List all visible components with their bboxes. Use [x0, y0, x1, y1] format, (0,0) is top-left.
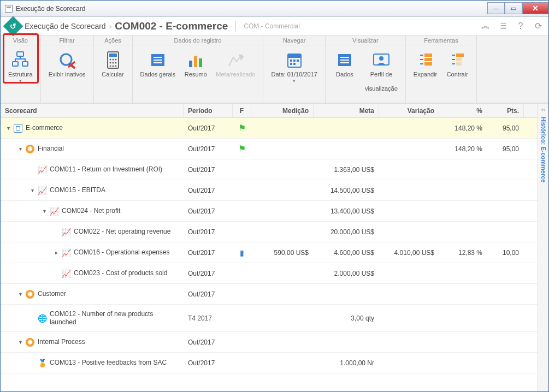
cell-pct [439, 222, 487, 242]
col-pct[interactable]: % [439, 104, 487, 117]
doc-icon [5, 5, 13, 13]
grid-row[interactable]: 📈COM023 - Cost of products soldOut/20172… [1, 263, 538, 284]
cell-period: Out/2017 [184, 201, 233, 221]
cell-medicao [251, 201, 314, 221]
toolbar-perfil-vis[interactable]: Perfil devisualização [361, 49, 402, 100]
cell-meta: 13.400,00 US$ [314, 201, 379, 221]
breadcrumb-suffix: COM - Commercial [244, 22, 300, 30]
award-icon: 🏅 [38, 359, 46, 367]
grid-row[interactable]: ▾✱Internal ProcessOut/2017 [1, 332, 538, 353]
expand-toggle[interactable]: ▾ [5, 125, 11, 131]
grid-row[interactable]: 📈COM022 - Net operating revenueOut/20172… [1, 222, 538, 242]
cell-period: Out/2017 [184, 159, 233, 180]
expand-toggle[interactable]: ▾ [29, 187, 36, 193]
svg-rect-1 [13, 62, 18, 66]
breadcrumb: Execução de Scorecard › COM002 - E-comme… [25, 20, 300, 32]
cell-period: Out/2017 [184, 118, 233, 138]
collapse-up-icon[interactable]: ︽ [481, 21, 491, 31]
col-meta[interactable]: Meta [314, 104, 379, 117]
toolbar-expandir[interactable]: Expandir [409, 49, 441, 79]
cell-variacao [379, 139, 439, 159]
svg-rect-48 [456, 58, 462, 61]
toolbar-resumo[interactable]: Resumo [180, 49, 211, 79]
svg-point-10 [112, 59, 114, 61]
expand-toggle[interactable]: ▾ [17, 339, 23, 345]
cell-meta: 4.600,00 US$ [314, 242, 379, 263]
close-button[interactable]: ✕ [522, 2, 548, 14]
toolbar-label: Data: 01/10/2017 [271, 71, 317, 78]
metric-icon: 📈 [38, 165, 46, 174]
toolbar-exibir-inativos[interactable]: Exibir inativos [44, 49, 90, 79]
window-title: Execução de Scorecard [16, 5, 85, 13]
grid-row[interactable]: ▾📈COM015 - EBITDAOut/201714.500,00 US$ [1, 180, 538, 201]
cell-pct [439, 201, 487, 221]
toolbar-meta-realizado: Meta/realizado [211, 49, 259, 79]
svg-point-12 [109, 62, 111, 64]
toolbar-label: Meta/realizado [216, 71, 255, 78]
expand-toggle[interactable]: ▾ [41, 208, 48, 214]
toolbar-label: Exibir inativos [49, 71, 86, 78]
cell-pts [487, 180, 524, 200]
expand-toggle[interactable]: ▾ [17, 291, 23, 297]
cell-medicao [251, 284, 314, 304]
history-sidepanel[interactable]: ‹‹ Histórico: E-commerce [538, 104, 548, 391]
cell-medicao [251, 180, 314, 200]
expand-toggle[interactable]: ▾ [17, 146, 23, 152]
maximize-button[interactable]: ▭ [505, 2, 522, 14]
minimize-button[interactable]: — [487, 2, 505, 14]
col-medicao[interactable]: Medição [251, 104, 314, 117]
chevron-left-icon[interactable]: ‹‹ [541, 106, 545, 112]
list-icon[interactable]: ≣ [498, 21, 508, 31]
col-flag[interactable]: F [233, 104, 251, 117]
grid-row[interactable]: ▾✱CustomerOut/2017 [1, 284, 538, 305]
history-label[interactable]: Histórico: E-commerce [540, 117, 547, 182]
cell-variacao: 4.010,00 US$ [379, 242, 439, 263]
col-period[interactable]: Período [184, 104, 233, 117]
toolbar-dados-gerais[interactable]: Dados gerais [136, 49, 180, 79]
expand-toggle[interactable]: ▸ [53, 250, 60, 256]
toolbar-contrair[interactable]: Contrair [441, 49, 473, 79]
toolbar-calcular[interactable]: Calcular [97, 49, 129, 79]
cell-pts [487, 332, 524, 352]
cell-medicao [251, 332, 314, 352]
cell-period: Out/2017 [184, 353, 233, 373]
svg-point-17 [115, 66, 116, 67]
globe-icon: 🌐 [38, 314, 46, 323]
col-variacao[interactable]: Variação [379, 104, 439, 117]
cell-pct [439, 332, 487, 352]
row-label: COM023 - Cost of products sold [74, 269, 167, 277]
cell-pts: 95,00 [487, 118, 524, 138]
chevron-right-icon: › [109, 22, 112, 31]
grid-row[interactable]: ▾✱FinancialOut/2017⚑148,20 %95,00 [1, 139, 538, 159]
estrutura-icon [10, 50, 30, 70]
grid-row[interactable]: ▸📈COM016 - Operational expensesOut/2017▮… [1, 242, 538, 263]
toolbar-estrutura[interactable]: Estrutura▾ [4, 49, 37, 85]
exibir-inativos-icon [57, 50, 77, 70]
cell-pct [439, 353, 487, 373]
toolbar-label: Estrutura [8, 71, 33, 78]
grid-row[interactable]: 🏅COM013 - Positive feedbacks from SACOut… [1, 353, 538, 373]
help-icon[interactable]: ? [516, 21, 526, 31]
col-pts[interactable]: Pts. [487, 104, 524, 117]
toolbar-label: Resumo [185, 71, 207, 78]
toolbar-data[interactable]: Data: 01/10/2017▾ [267, 49, 321, 85]
svg-rect-30 [290, 63, 292, 65]
col-scorecard[interactable]: Scorecard [1, 104, 184, 117]
scorecard-grid[interactable]: Scorecard Período F Medição Meta Variaçã… [1, 104, 538, 391]
refresh-icon[interactable]: ⟳ [533, 21, 543, 31]
grid-row[interactable]: ▾E-commerceOut/2017⚑148,20 %95,00 [1, 118, 538, 139]
svg-point-13 [112, 62, 114, 64]
cell-period: Out/2017 [184, 332, 233, 352]
grid-row[interactable]: 🌐COM012 - Number of new products launche… [1, 305, 538, 332]
cell-pts [487, 159, 524, 180]
meta-realizado-icon [226, 50, 245, 70]
cell-variacao [379, 263, 439, 283]
cell-variacao [379, 180, 439, 200]
toolbar-dados[interactable]: Dados [329, 49, 361, 100]
grid-row[interactable]: ▾📈COM024 - Net profitOut/201713.400,00 U… [1, 201, 538, 222]
grid-row[interactable]: 📈COM011 - Return on Investment (ROI)Out/… [1, 159, 538, 180]
cell-pts [487, 284, 524, 304]
toolbar-label: Calcular [102, 71, 123, 78]
breadcrumb-root[interactable]: Execução de Scorecard [25, 22, 106, 31]
svg-rect-29 [297, 60, 299, 62]
